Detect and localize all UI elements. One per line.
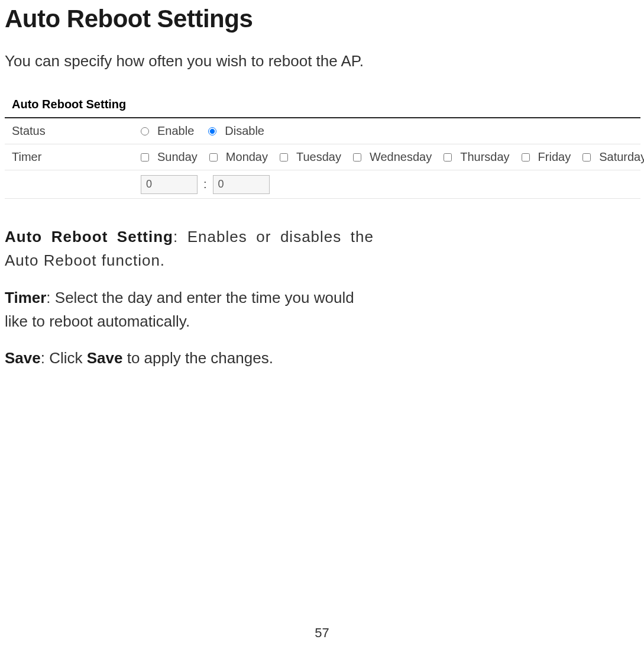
def-save: Save: Click Save to apply the changes.: [5, 346, 374, 370]
day-friday-label: Friday: [538, 150, 571, 164]
day-tuesday-checkbox[interactable]: [280, 153, 288, 162]
def-timer: Timer: Select the day and enter the time…: [5, 286, 374, 334]
day-sunday-checkbox[interactable]: [141, 153, 149, 162]
day-monday-label: Monday: [226, 150, 268, 164]
time-colon: :: [203, 177, 207, 191]
panel-title: Auto Reboot Setting: [5, 92, 640, 118]
status-enable-radio[interactable]: [141, 127, 149, 135]
page-title: Auto Reboot Settings: [0, 0, 644, 45]
def-auto-reboot-label: Auto Reboot Setting: [5, 228, 173, 246]
def-auto-reboot: Auto Reboot Setting: Enables or disables…: [5, 225, 374, 273]
timer-row: Timer Sunday Monday Tuesday Wednesday Th…: [5, 144, 640, 170]
day-thursday-label: Thursday: [460, 150, 509, 164]
day-saturday-label: Saturday: [599, 150, 644, 164]
def-timer-text: : Select the day and enter the time you …: [5, 289, 354, 330]
hour-input[interactable]: [141, 175, 198, 194]
status-enable-label: Enable: [157, 124, 194, 138]
day-saturday-checkbox[interactable]: [582, 153, 591, 162]
day-friday-checkbox[interactable]: [522, 153, 530, 162]
intro-text: You can specify how often you wish to re…: [0, 45, 644, 87]
day-sunday-label: Sunday: [157, 150, 198, 164]
day-tuesday-label: Tuesday: [296, 150, 341, 164]
minute-input[interactable]: [213, 175, 270, 194]
def-save-mid: Save: [87, 349, 123, 367]
time-row: :: [5, 170, 640, 199]
auto-reboot-panel: Auto Reboot Setting Status Enable Disabl…: [5, 92, 640, 199]
day-wednesday-checkbox[interactable]: [353, 153, 361, 162]
definitions: Auto Reboot Setting: Enables or disables…: [0, 220, 378, 370]
status-disable-radio[interactable]: [208, 127, 216, 135]
def-save-label: Save: [5, 349, 41, 367]
def-save-pre: : Click: [41, 349, 87, 367]
day-monday-checkbox[interactable]: [209, 153, 218, 162]
status-row: Status Enable Disable: [5, 118, 640, 144]
page-number: 57: [0, 625, 644, 641]
status-label: Status: [12, 124, 141, 138]
day-thursday-checkbox[interactable]: [444, 153, 452, 162]
status-disable-label: Disable: [225, 124, 264, 138]
timer-label: Timer: [12, 150, 141, 164]
def-save-post: to apply the changes.: [122, 349, 273, 367]
day-wednesday-label: Wednesday: [370, 150, 432, 164]
def-timer-label: Timer: [5, 289, 46, 306]
